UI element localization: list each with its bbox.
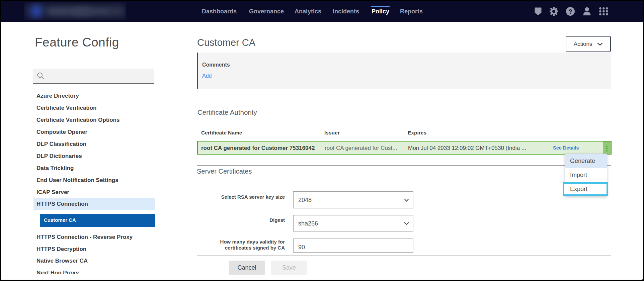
svg-text:?: ? [568,8,572,15]
